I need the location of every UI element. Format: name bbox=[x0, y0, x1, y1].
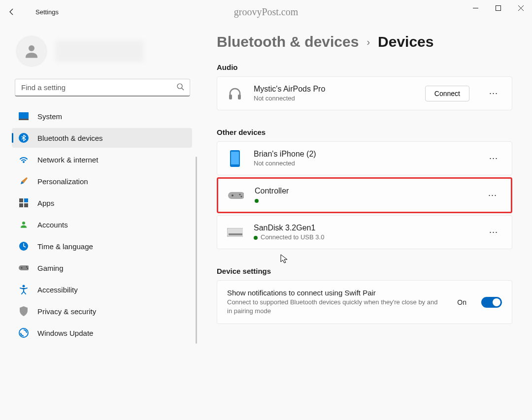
device-name: Mystic's AirPods Pro bbox=[254, 85, 414, 94]
swift-pair-toggle[interactable] bbox=[481, 297, 502, 308]
breadcrumb: Bluetooth & devices › Devices bbox=[217, 33, 512, 50]
svg-rect-21 bbox=[238, 95, 241, 99]
breadcrumb-current: Devices bbox=[378, 33, 433, 50]
device-card-storage[interactable]: SanDisk 3.2Gen1 Connected to USB 3.0 ··· bbox=[217, 215, 512, 249]
sidebar-item-bluetooth[interactable]: Bluetooth & devices bbox=[12, 128, 192, 148]
device-name: Controller bbox=[255, 187, 468, 195]
section-title-other: Other devices bbox=[217, 128, 512, 136]
section-title-device-settings: Device settings bbox=[217, 267, 512, 275]
svg-point-25 bbox=[232, 194, 233, 196]
svg-rect-14 bbox=[19, 265, 29, 270]
svg-line-4 bbox=[182, 88, 184, 90]
breadcrumb-parent[interactable]: Bluetooth & devices bbox=[217, 33, 359, 50]
sidebar-item-personalization[interactable]: Personalization bbox=[12, 171, 192, 191]
sidebar-item-label: System bbox=[37, 112, 62, 121]
more-button[interactable]: ··· bbox=[485, 85, 502, 101]
more-button[interactable]: ··· bbox=[485, 224, 502, 240]
svg-rect-29 bbox=[229, 233, 242, 235]
gamepad-icon bbox=[19, 263, 29, 273]
svg-point-16 bbox=[26, 266, 27, 267]
account-name-redacted bbox=[55, 40, 144, 62]
status-dot-icon bbox=[255, 199, 259, 203]
sidebar-item-label: Network & internet bbox=[37, 156, 98, 164]
account-header[interactable] bbox=[12, 28, 193, 79]
sidebar-item-time[interactable]: Time & language bbox=[12, 236, 192, 256]
svg-rect-8 bbox=[19, 198, 23, 202]
nav: System Bluetooth & devices Network & int… bbox=[12, 106, 193, 420]
svg-rect-23 bbox=[231, 152, 239, 164]
setting-swift-pair: Show notifications to connect using Swif… bbox=[217, 280, 512, 324]
back-button[interactable] bbox=[2, 2, 22, 22]
svg-point-18 bbox=[23, 285, 25, 288]
setting-title: Show notifications to connect using Swif… bbox=[227, 289, 447, 297]
watermark: groovyPost.com bbox=[234, 6, 299, 18]
maximize-button[interactable] bbox=[487, 0, 509, 16]
device-card-phone[interactable]: Brian's iPhone (2) Not connected ··· bbox=[217, 141, 512, 175]
search-icon bbox=[176, 83, 184, 93]
svg-rect-24 bbox=[228, 192, 244, 199]
device-status bbox=[255, 196, 468, 204]
drive-icon bbox=[227, 225, 243, 240]
apps-icon bbox=[19, 198, 29, 208]
svg-point-27 bbox=[240, 195, 242, 197]
svg-point-2 bbox=[29, 45, 34, 51]
sidebar-item-update[interactable]: Windows Update bbox=[12, 323, 192, 343]
device-name: SanDisk 3.2Gen1 bbox=[254, 224, 469, 232]
sidebar-item-accounts[interactable]: Accounts bbox=[12, 215, 192, 234]
chevron-right-icon: › bbox=[366, 36, 370, 48]
section-title-audio: Audio bbox=[217, 63, 512, 71]
svg-point-26 bbox=[239, 194, 240, 195]
toggle-state-label: On bbox=[457, 298, 466, 306]
sidebar-item-gaming[interactable]: Gaming bbox=[12, 258, 192, 278]
search-input[interactable] bbox=[15, 79, 190, 97]
more-button[interactable]: ··· bbox=[485, 150, 502, 166]
sidebar-item-network[interactable]: Network & internet bbox=[12, 150, 192, 169]
svg-rect-5 bbox=[19, 112, 29, 119]
sidebar-item-label: Accessibility bbox=[37, 286, 78, 294]
svg-point-3 bbox=[177, 84, 182, 89]
device-status: Not connected bbox=[254, 95, 414, 102]
svg-rect-11 bbox=[24, 203, 28, 207]
phone-icon bbox=[227, 151, 243, 166]
svg-point-15 bbox=[21, 267, 23, 269]
device-status: Not connected bbox=[254, 160, 469, 167]
wifi-icon bbox=[19, 155, 29, 164]
connect-button[interactable]: Connect bbox=[425, 86, 469, 101]
svg-rect-9 bbox=[24, 198, 28, 202]
sidebar-item-label: Accounts bbox=[37, 221, 68, 229]
bluetooth-icon bbox=[19, 133, 29, 143]
svg-rect-1 bbox=[496, 5, 500, 10]
headphones-icon bbox=[227, 86, 243, 101]
device-card-controller[interactable]: Controller ··· bbox=[217, 177, 512, 213]
svg-rect-20 bbox=[229, 95, 232, 99]
sidebar-item-apps[interactable]: Apps bbox=[12, 193, 192, 213]
sidebar-item-privacy[interactable]: Privacy & security bbox=[12, 301, 192, 321]
brush-icon bbox=[19, 176, 29, 186]
clock-globe-icon bbox=[19, 241, 29, 251]
status-dot-icon bbox=[254, 236, 258, 240]
sidebar-item-system[interactable]: System bbox=[12, 106, 192, 126]
sidebar-item-label: Apps bbox=[37, 199, 54, 207]
svg-rect-28 bbox=[227, 228, 243, 237]
system-icon bbox=[19, 111, 29, 121]
sidebar-item-label: Gaming bbox=[37, 264, 64, 272]
sidebar-item-accessibility[interactable]: Accessibility bbox=[12, 280, 192, 299]
device-status: Connected to USB 3.0 bbox=[254, 233, 469, 241]
device-card-audio[interactable]: Mystic's AirPods Pro Not connected Conne… bbox=[217, 76, 512, 110]
main-content: Bluetooth & devices › Devices Audio Myst… bbox=[197, 24, 532, 420]
device-name: Brian's iPhone (2) bbox=[254, 150, 469, 159]
minimize-button[interactable] bbox=[464, 0, 487, 16]
svg-rect-10 bbox=[19, 203, 23, 207]
more-button[interactable]: ··· bbox=[484, 187, 501, 203]
sidebar-item-label: Bluetooth & devices bbox=[37, 134, 103, 142]
close-button[interactable] bbox=[509, 0, 532, 16]
app-title: Settings bbox=[35, 8, 59, 16]
svg-point-12 bbox=[22, 222, 25, 225]
titlebar: Settings groovyPost.com bbox=[0, 0, 532, 24]
svg-point-17 bbox=[27, 268, 28, 269]
update-icon bbox=[19, 328, 29, 338]
sidebar-item-label: Privacy & security bbox=[37, 307, 96, 316]
scrollbar[interactable] bbox=[196, 157, 197, 344]
person-icon bbox=[19, 220, 29, 229]
shield-icon bbox=[19, 306, 29, 316]
